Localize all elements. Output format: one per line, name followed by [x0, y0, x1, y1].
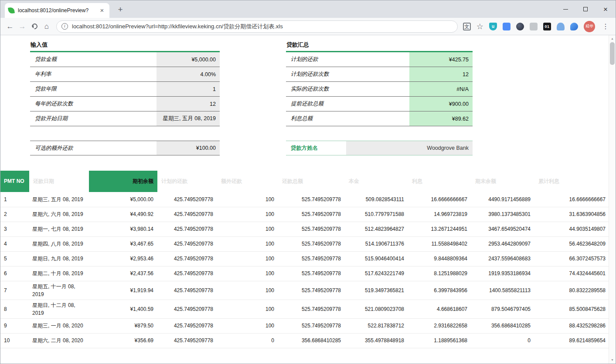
column-header: PMT NO	[0, 171, 29, 192]
table-cell: 525.7495209778	[278, 192, 345, 207]
field-value: #N/A	[409, 82, 473, 96]
page-info-icon[interactable]: i	[61, 23, 68, 30]
table-cell: 512.4823964827	[345, 222, 408, 236]
table-cell: 525.7495209778	[278, 236, 345, 251]
table-cell: 1919.9353186934	[471, 266, 534, 281]
page-content: 输入值 贷款金额¥5,000.00年利率4.00%贷款年限1每年的还款次数12贷…	[0, 35, 616, 364]
table-cell: ¥356.69	[89, 333, 157, 348]
table-cell: 425.7495209778	[157, 207, 217, 222]
table-cell: 3467.6549520474	[471, 222, 534, 236]
kv-row: 计划的还款次数12	[286, 67, 473, 82]
scrollbar-thumb[interactable]	[610, 42, 615, 65]
table-cell: 515.9046400414	[345, 251, 408, 266]
back-button[interactable]: ←	[4, 20, 16, 33]
minimize-button[interactable]	[555, 0, 575, 18]
field-label: 贷款金额	[30, 52, 157, 67]
browser-window: localhost:8012/onlinePreview? × + × ← → …	[0, 0, 616, 364]
table-cell: 星期日, 九月 08, 2019	[29, 251, 89, 266]
extension-bird-icon[interactable]	[570, 23, 578, 30]
table-cell: 425.7495209778	[157, 281, 217, 300]
table-cell: 2953.4642809097	[471, 236, 534, 251]
tab-close-icon[interactable]: ×	[98, 7, 106, 14]
browser-tab[interactable]: localhost:8012/onlinePreview? ×	[5, 3, 109, 18]
url-text: localhost:8012/onlinePreview?url=http://…	[72, 23, 283, 30]
table-cell: 66.3072457573	[534, 251, 609, 266]
home-button[interactable]: ⌂	[41, 20, 53, 33]
table-cell: 星期三, 一月 08, 2020	[29, 318, 89, 333]
lender-value: Woodgrove Bank	[346, 141, 473, 155]
table-cell: 56.4623648209	[534, 236, 609, 251]
table-cell: ¥1,400.59	[89, 300, 157, 318]
table-cell: 509.0828543111	[345, 192, 408, 207]
extension-cloud-icon[interactable]	[557, 23, 565, 30]
table-cell: ¥4,490.92	[89, 207, 157, 222]
kv-row: 贷款年限1	[30, 82, 220, 97]
maximize-button[interactable]	[575, 0, 596, 18]
table-cell: 519.3497365821	[345, 281, 408, 300]
table-cell: 525.7495209778	[278, 251, 345, 266]
table-row: 4星期四, 八月 08, 2019¥3,467.65425.7495209778…	[0, 236, 609, 251]
table-cell: 3	[0, 222, 29, 236]
extension-gray-icon[interactable]	[530, 23, 538, 30]
table-cell: 425.7495209778	[157, 251, 217, 266]
input-section-title: 输入值	[30, 40, 220, 52]
column-header: 还款总额	[278, 171, 345, 192]
table-cell: ¥879.50	[89, 318, 157, 333]
extension-01-badge[interactable]: 01	[543, 23, 551, 30]
close-button[interactable]: ×	[596, 0, 616, 18]
table-cell: 522.817838712	[345, 318, 408, 333]
field-value: 12	[409, 67, 473, 81]
profile-avatar[interactable]: 精华	[584, 21, 595, 32]
table-cell: 10	[0, 333, 29, 348]
table-cell: 525.7495209778	[278, 222, 345, 236]
extra-payment-row: 可选的额外还款 ¥100.00	[30, 141, 220, 155]
translate-icon[interactable]: 文	[463, 23, 471, 30]
table-cell: 8.1251988029	[408, 266, 471, 281]
table-cell: 星期二, 十月 08, 2019	[29, 266, 89, 281]
table-cell: ¥2,437.56	[89, 266, 157, 281]
table-cell: 星期日, 十二月 08, 2019	[29, 300, 89, 318]
scroll-up-icon[interactable]: ▲	[609, 35, 616, 42]
field-label: 贷款开始日期	[30, 111, 157, 126]
toolbar-icons: 文 ☆ u 01 精华 ⋮	[461, 21, 612, 32]
table-cell: 525.7495209778	[278, 207, 345, 222]
new-tab-button[interactable]: +	[115, 4, 126, 16]
column-header: 期初余额	[89, 171, 157, 192]
extension-dark-globe-icon[interactable]	[516, 23, 524, 30]
field-value: ¥89.62	[409, 111, 473, 126]
extension-blue-icon[interactable]	[503, 23, 510, 30]
table-cell: 6	[0, 266, 29, 281]
table-cell: 4.668618607	[408, 300, 471, 318]
table-cell: 514.1906711376	[345, 236, 408, 251]
reload-icon	[31, 22, 38, 30]
table-cell: 4490.9171456889	[471, 192, 534, 207]
bookmark-star-icon[interactable]: ☆	[476, 23, 483, 30]
table-cell: 100	[217, 300, 278, 318]
extension-shield-icon[interactable]: u	[489, 23, 497, 30]
column-header: 还款日期	[29, 171, 89, 192]
table-cell: 星期六, 六月 08, 2019	[29, 207, 89, 222]
table-cell: 2.9316822658	[408, 318, 471, 333]
reload-button[interactable]	[28, 20, 41, 33]
table-cell: 356.6868410285	[471, 318, 534, 333]
scroll-down-icon[interactable]: ▼	[609, 357, 616, 364]
kv-row: 实际的还款次数#N/A	[286, 82, 473, 97]
field-value: ¥5,000.00	[157, 52, 220, 67]
table-row: 8星期日, 十二月 08, 2019¥1,400.59425.749520977…	[0, 300, 609, 318]
kv-row: 贷款金额¥5,000.00	[30, 52, 220, 67]
field-value: 星期三, 五月 08, 2019	[157, 111, 220, 126]
table-cell: 0	[217, 333, 278, 348]
table-cell: 525.7495209778	[278, 281, 345, 300]
forward-button[interactable]: →	[16, 20, 28, 33]
column-header: 计划的还款	[157, 171, 217, 192]
address-bar[interactable]: i localhost:8012/onlinePreview?url=http:…	[56, 20, 458, 33]
vertical-scrollbar[interactable]: ▲ ▼	[609, 35, 616, 364]
summary-section-title: 贷款汇总	[286, 40, 473, 52]
table-cell: 44.9035149807	[534, 222, 609, 236]
table-cell: 16.6666666667	[408, 192, 471, 207]
field-label: 计划的还款次数	[286, 67, 409, 81]
browser-titlebar: localhost:8012/onlinePreview? × + ×	[0, 0, 616, 18]
browser-menu-icon[interactable]: ⋮	[601, 22, 610, 30]
table-row: 5星期日, 九月 08, 2019¥2,953.46425.7495209778…	[0, 251, 609, 266]
kv-row: 提前还款总额¥900.00	[286, 97, 473, 111]
